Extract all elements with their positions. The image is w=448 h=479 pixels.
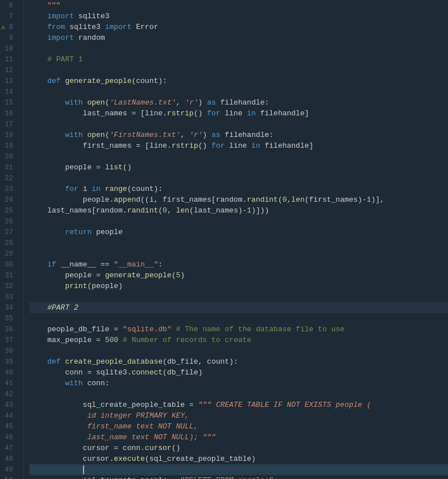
code-line-47: cursor = conn.cursor() (30, 443, 448, 453)
ln-14: 14 (0, 86, 18, 97)
ln-29: 29 (0, 248, 18, 259)
ln-40: 40 (0, 367, 18, 378)
ln-15: 15 (0, 97, 18, 108)
ln-45: 45 (0, 421, 18, 432)
ln-35: 35 (0, 313, 18, 324)
ln-44: 44 (0, 410, 18, 421)
ln-25: 25 (0, 205, 18, 216)
ln-46: 46 (0, 432, 18, 443)
code-line-21: people = list() (30, 162, 448, 173)
ln-34: 34 (0, 302, 18, 313)
ln-16: 16 (0, 108, 18, 119)
ln-22: 22 (0, 173, 18, 184)
ln-6: 6 (0, 0, 18, 11)
code-line-16: last_names = [line.rstrip() for line in … (30, 108, 448, 119)
ln-9: 9 (0, 32, 18, 43)
code-line-43: sql_create_people_table = """ CREATE TAB… (30, 399, 448, 410)
code-line-46: last_name text NOT NULL); """ (30, 432, 448, 443)
code-line-35 (30, 313, 448, 324)
code-line-25: last_names[random.randint(0, len(last_na… (30, 205, 448, 216)
code-line-39: def create_people_database(db_file, coun… (30, 356, 448, 367)
code-line-36: people_db_file = "sqlite.db" # The name … (30, 324, 448, 335)
ln-7: 7 (0, 11, 18, 22)
code-line-29 (30, 248, 448, 259)
code-line-12 (30, 65, 448, 76)
code-editor: 6 7 ⚠8 9 10 11 12 13 14 15 16 17 18 19 2… (0, 0, 448, 479)
ln-41: 41 (0, 378, 18, 389)
code-line-27: return people (30, 227, 448, 238)
ln-20: 20 (0, 151, 18, 162)
code-line-24: people.append((i, first_names[random.ran… (30, 194, 448, 205)
code-line-15: with open('LastNames.txt', 'r') as fileh… (30, 97, 448, 108)
code-line-50: sql_truncate_people = "DELETE FROM peopl… (30, 475, 448, 479)
ln-24: 24 (0, 194, 18, 205)
code-line-23: for i in range(count): (30, 184, 448, 194)
ln-18: 18 (0, 130, 18, 140)
code-line-42 (30, 389, 448, 399)
ln-13: 13 (0, 76, 18, 86)
ln-21: 21 (0, 162, 18, 173)
line-numbers: 6 7 ⚠8 9 10 11 12 13 14 15 16 17 18 19 2… (0, 0, 24, 479)
code-line-9: import random (30, 32, 448, 43)
ln-19: 19 (0, 140, 18, 151)
code-line-22 (30, 173, 448, 184)
ln-47: 47 (0, 443, 18, 453)
code-line-34: #PART 2 (30, 302, 448, 313)
ln-17: 17 (0, 119, 18, 130)
code-line-41: with conn: (30, 378, 448, 389)
ln-42: 42 (0, 389, 18, 399)
code-line-6: """ (30, 0, 448, 11)
code-line-28 (30, 238, 448, 248)
warning-icon: ⚠ (1, 23, 5, 31)
code-line-10 (30, 43, 448, 54)
ln-28: 28 (0, 238, 18, 248)
code-line-33 (30, 291, 448, 302)
code-line-7: import sqlite3 (30, 11, 448, 22)
ln-12: 12 (0, 65, 18, 76)
ln-33: 33 (0, 291, 18, 302)
code-line-49 (30, 464, 448, 475)
code-line-17 (30, 119, 448, 130)
ln-31: 31 (0, 270, 18, 281)
code-line-18: with open('FirstNames.txt', 'r') as file… (30, 130, 448, 140)
code-line-44: id integer PRIMARY KEY, (30, 410, 448, 421)
ln-27: 27 (0, 227, 18, 238)
ln-37: 37 (0, 335, 18, 345)
code-line-31: people = generate_people(5) (30, 270, 448, 281)
ln-49: 49 (0, 464, 18, 475)
ln-11: 11 (0, 54, 18, 65)
code-line-30: if __name__ == "__main__": (30, 259, 448, 270)
ln-26: 26 (0, 216, 18, 227)
ln-48: 48 (0, 453, 18, 464)
code-line-45: first_name text NOT NULL, (30, 421, 448, 432)
code-line-8: from sqlite3 import Error (30, 22, 448, 32)
ln-30: 30 (0, 259, 18, 270)
ln-39: 39 (0, 356, 18, 367)
ln-23: 23 (0, 184, 18, 194)
code-line-40: conn = sqlite3.connect(db_file) (30, 367, 448, 378)
ln-38: 38 (0, 345, 18, 356)
ln-43: 43 (0, 399, 18, 410)
code-line-13: def generate_people(count): (30, 76, 448, 86)
code-line-48: cursor.execute(sql_create_people_table) (30, 453, 448, 464)
code-line-32: print(people) (30, 281, 448, 291)
code-content[interactable]: """ import sqlite3 from sqlite3 import E… (24, 0, 448, 479)
code-line-38 (30, 345, 448, 356)
code-line-20 (30, 151, 448, 162)
ln-8: ⚠8 (0, 22, 18, 32)
code-line-37: max_people = 500 # Number of records to … (30, 335, 448, 345)
ln-36: 36 (0, 324, 18, 335)
ln-50: 50 (0, 475, 18, 479)
code-line-26 (30, 216, 448, 227)
code-line-14 (30, 86, 448, 97)
ln-10: 10 (0, 43, 18, 54)
ln-32: 32 (0, 281, 18, 291)
code-line-19: first_names = [line.rstrip() for line in… (30, 140, 448, 151)
code-line-11: # PART 1 (30, 54, 448, 65)
